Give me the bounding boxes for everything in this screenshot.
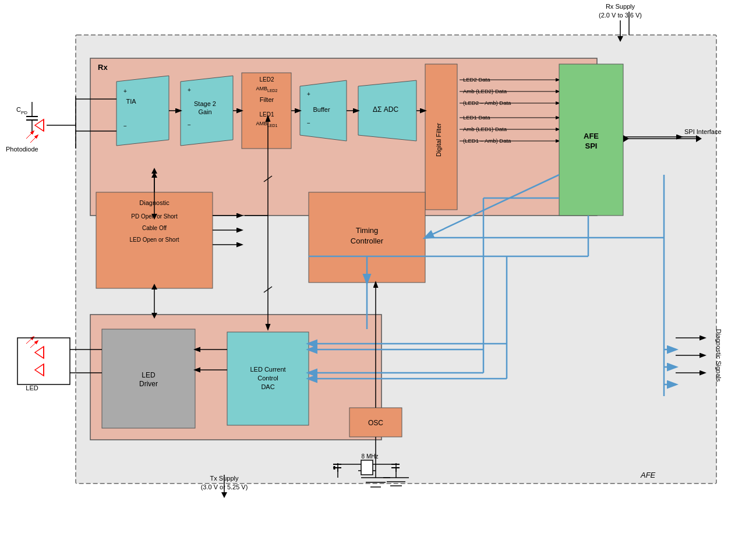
svg-line-67 [30, 135, 38, 143]
led-dac-label-1: LED Current [250, 366, 285, 373]
diag-led: LED Open or Short [129, 237, 179, 243]
afe-spi-label-2: SPI [585, 142, 598, 150]
svg-marker-74 [35, 364, 44, 376]
timing-ctrl-label-1: Timing [356, 226, 379, 235]
svg-rect-78 [17, 338, 70, 384]
spi-interface-label: SPI Interface [684, 128, 722, 135]
rx-supply-label-2: (2.0 V to 3.6 V) [599, 12, 642, 19]
svg-marker-64 [35, 119, 44, 131]
cpd-label: C [16, 106, 21, 113]
tia-minus: − [123, 123, 127, 129]
filter-led1: LED1 [259, 111, 274, 118]
rx-supply-label-1: Rx Supply [606, 3, 635, 10]
cpd-sub-label: PD [21, 110, 27, 115]
led-label: LED [26, 384, 38, 391]
diagram-container: Rx TIA + − Stage 2 Gain + − Filter LED2 … [0, 0, 756, 540]
photodiode-label: Photodiode [6, 146, 38, 153]
stage2-minus: − [188, 122, 191, 128]
svg-rect-89 [361, 460, 373, 475]
buffer-plus: + [307, 91, 310, 97]
led-driver-label-1: LED [142, 371, 156, 379]
svg-marker-84 [221, 492, 227, 498]
adc-label: ΔΣ ADC [373, 105, 398, 114]
osc-label: OSC [368, 419, 383, 427]
buffer-minus: − [307, 120, 310, 126]
svg-marker-72 [35, 347, 44, 358]
led-driver-label-2: Driver [139, 380, 158, 388]
digital-filter-label: Digital Filter [435, 123, 442, 157]
led-dac-label-2: Control [257, 375, 278, 382]
stage2-plus: + [188, 87, 191, 93]
diag-cable: Cable Off [142, 225, 167, 231]
stage2-label-2: Gain [198, 108, 211, 115]
rx-label: Rx [98, 63, 108, 72]
svg-marker-3 [116, 76, 169, 146]
freq-label: 8 MHz [362, 453, 379, 460]
svg-line-66 [26, 131, 34, 139]
filter-led2: LED2 [259, 76, 274, 83]
led-dac-label-3: DAC [261, 383, 274, 390]
diagnostic-signals-label: Diagnostic Signals [715, 329, 722, 382]
tia-label: TIA [126, 98, 136, 105]
filter-label: Filter [260, 96, 274, 103]
buffer-label: Buffer [313, 106, 330, 113]
stage2-label-1: Stage 2 [194, 100, 216, 107]
timing-ctrl-label-2: Controller [351, 237, 384, 245]
afe-spi-label-1: AFE [584, 132, 599, 140]
afe-label: AFE [640, 471, 656, 479]
tia-plus: + [123, 88, 127, 94]
svg-line-77 [30, 341, 38, 348]
svg-rect-5 [242, 73, 291, 149]
